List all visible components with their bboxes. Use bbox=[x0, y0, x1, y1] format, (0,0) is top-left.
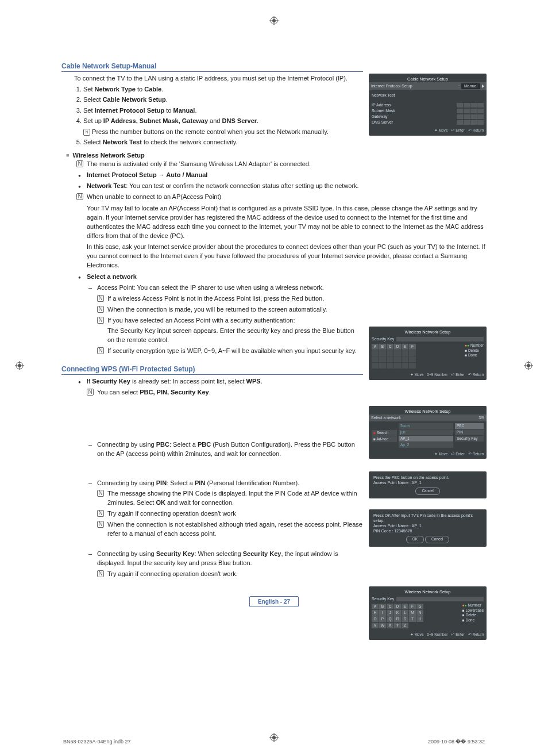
tv-count: 3/9 bbox=[478, 416, 484, 420]
note-item: NWhen the connection is not established … bbox=[97, 520, 363, 539]
kb-key: I bbox=[379, 610, 386, 616]
svg-point-7 bbox=[18, 364, 21, 367]
tv-footer-enter: Enter bbox=[456, 452, 465, 456]
tv-footer-move: Move bbox=[414, 632, 423, 636]
sub-item: Access Point: You can select the IP shar… bbox=[87, 283, 363, 293]
note-icon: N bbox=[97, 510, 104, 517]
kb-key: W bbox=[379, 623, 386, 628]
kb-key: J bbox=[387, 610, 393, 616]
sub-heading: Wireless Network Setup bbox=[66, 152, 363, 159]
tv-wireless-seckey-full-box: Wireless Network Setup Security Key ABCD… bbox=[369, 586, 487, 640]
tv-side-label: Lowercase bbox=[466, 608, 484, 612]
tv-footer-enter: Enter bbox=[456, 632, 465, 636]
sub-item: Connecting by using Security Key: When s… bbox=[87, 550, 363, 568]
step-item: Set Network Type to Cable. bbox=[83, 85, 363, 94]
print-footer-right: 2009-10-08 �� 9:53:32 bbox=[428, 739, 485, 745]
tv-row-label: Internet Protocol Setup bbox=[371, 84, 412, 89]
note-icon: N bbox=[97, 570, 104, 577]
note-icon: N bbox=[97, 521, 104, 528]
tv-footer-move: Move bbox=[438, 452, 447, 456]
net-option: Security Key bbox=[455, 436, 484, 442]
sub-item: Connecting by using PBC: Select a PBC (P… bbox=[87, 440, 363, 459]
cancel-button[interactable]: Cancel bbox=[425, 536, 449, 543]
net-item: jun bbox=[399, 429, 453, 435]
note-icon: N bbox=[76, 160, 83, 167]
note-icon: N bbox=[97, 490, 104, 497]
tv-pin-msg-box: Press OK After input TV's Pin code in th… bbox=[369, 509, 487, 547]
kb-key: F bbox=[409, 604, 416, 609]
note-item: NThe menu is activated only if the 'Sams… bbox=[76, 160, 363, 169]
section-heading: Connecting WPS (Wi-Fi Protected Setup) bbox=[61, 365, 363, 375]
kb-key: R bbox=[394, 616, 401, 622]
paragraph: Your TV may fail to locate an AP(Access … bbox=[87, 204, 487, 241]
ok-button[interactable]: OK bbox=[406, 536, 424, 543]
cancel-button[interactable]: Cancel bbox=[415, 488, 439, 494]
kb-key: F bbox=[409, 344, 416, 350]
svg-point-11 bbox=[527, 364, 530, 367]
note-icon: N bbox=[87, 389, 94, 396]
note-item: NWhen the connection is made, you will b… bbox=[97, 305, 363, 314]
tv-footer-return: Return bbox=[472, 632, 484, 636]
kb-key: U bbox=[416, 616, 423, 622]
kb-key: T bbox=[409, 616, 416, 622]
tv-side-label: Delete bbox=[468, 348, 479, 352]
note-item: NWhen unable to connect to an AP(Access … bbox=[76, 193, 363, 202]
chevron-right-icon bbox=[482, 85, 484, 88]
tv-side-label: Done bbox=[466, 618, 475, 622]
note-item: NIf you have selected an Access Point wi… bbox=[97, 316, 363, 345]
note-item: If Security Key is already set: In acces… bbox=[76, 377, 363, 386]
kb-key: C bbox=[387, 604, 393, 609]
kb-key: H bbox=[372, 610, 379, 616]
msg-line: Access Point Name : AP_1 bbox=[373, 523, 482, 528]
note-item: NYou can select PBC, PIN, Security Key. bbox=[87, 388, 363, 397]
tv-pbc-msg-box: Press the PBC button on the access point… bbox=[369, 471, 487, 498]
tv-footer-number: Number bbox=[434, 373, 447, 377]
tv-field-label: IP Address bbox=[372, 103, 391, 108]
tv-seckey-label: Security Key bbox=[372, 597, 394, 601]
kb-key: E bbox=[402, 344, 408, 350]
tv-field-label: DNS Server bbox=[372, 120, 393, 125]
note-icon: N bbox=[97, 295, 104, 302]
tv-footer-move: Move bbox=[414, 373, 423, 377]
tv-footer-enter: Enter bbox=[456, 373, 465, 377]
net-item: 3com bbox=[399, 423, 453, 429]
step-item: Select Network Test to check the network… bbox=[83, 137, 363, 147]
tv-footer-enter: Enter bbox=[456, 128, 465, 132]
print-footer-left: BN68-02325A-04Eng.indb 27 bbox=[63, 739, 131, 745]
tv-side-label: Delete bbox=[466, 613, 477, 617]
msg-line: Access Point Name : AP_1 bbox=[373, 480, 482, 485]
tv-footer-return: Return bbox=[472, 128, 484, 132]
section-heading: Cable Network Setup-Manual bbox=[61, 62, 363, 72]
tv-footer-numrange: 0~9 bbox=[427, 373, 433, 377]
msg-line: Press the PBC button on the access point… bbox=[373, 475, 482, 480]
note-item: NTry again if connecting operation doesn… bbox=[97, 509, 363, 519]
note-item: Internet Protocol Setup → Auto / Manual bbox=[76, 171, 363, 180]
tv-side-label: Done bbox=[468, 353, 477, 357]
registration-mark-icon bbox=[524, 361, 533, 370]
kb-key: C bbox=[387, 344, 393, 350]
kb-key: K bbox=[394, 610, 401, 616]
msg-line: PIN Code : 12345678 bbox=[373, 528, 482, 534]
kb-key: L bbox=[402, 610, 408, 616]
note-item: NIf security encryption type is WEP, 0~9… bbox=[97, 347, 363, 356]
tv-footer-return: Return bbox=[472, 452, 484, 456]
tv-select-network-box: Wireless Network Setup Select a network3… bbox=[369, 406, 487, 459]
step-item: Set Internet Protocol Setup to Manual. bbox=[83, 106, 363, 116]
tv-field-label: Gateway bbox=[372, 114, 388, 119]
kb-key: D bbox=[394, 344, 401, 350]
step-item: Select Cable Network Setup. bbox=[83, 95, 363, 105]
tv-title: Wireless Network Setup bbox=[372, 328, 484, 337]
tv-adhoc-label: Ad-hoc bbox=[376, 437, 388, 441]
tv-footer-move: Move bbox=[438, 128, 447, 132]
tv-row-label: Select a network bbox=[371, 416, 401, 420]
msg-line: Press OK After input TV's Pin code in th… bbox=[373, 513, 482, 523]
tv-side-label: Number bbox=[468, 603, 481, 607]
tv-footer-number: Number bbox=[434, 632, 447, 636]
note-item: NThe message showing the PIN Code is dis… bbox=[97, 489, 363, 508]
tv-cable-setup-box: Cable Network Setup Internet Protocol Se… bbox=[369, 74, 487, 136]
sub-item: Connecting by using PIN: Select a PIN (P… bbox=[87, 479, 363, 488]
kb-key: O bbox=[372, 616, 379, 622]
kb-key: D bbox=[394, 604, 401, 609]
kb-key: B bbox=[379, 604, 386, 609]
kb-key: Y bbox=[394, 623, 401, 628]
